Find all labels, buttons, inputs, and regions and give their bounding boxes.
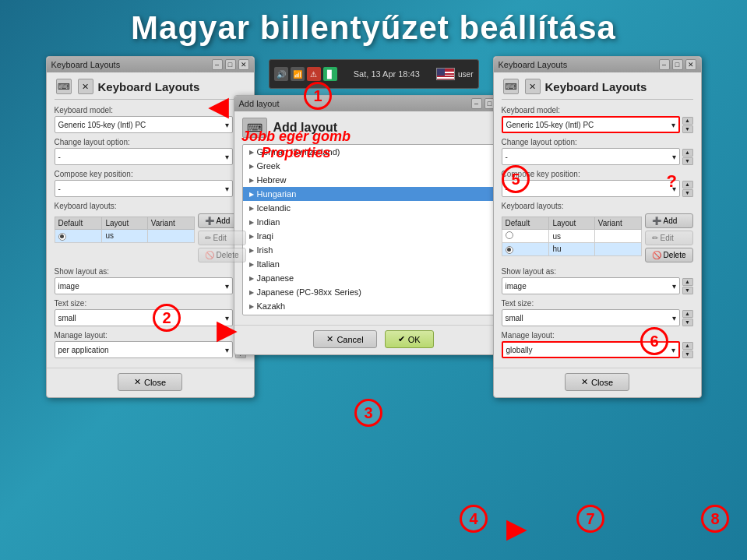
cancel-icon: ✕ (326, 334, 333, 344)
right-dialog-icon-btn1[interactable]: ⌨ (503, 79, 519, 94)
list-item[interactable]: ▶Indian (243, 215, 505, 229)
left-manage-layout-select[interactable]: per application ▾ (55, 341, 233, 358)
step-5-circle: 5 (502, 165, 530, 193)
list-item[interactable]: ▶Japanese (243, 271, 505, 285)
right-change-layout-select[interactable]: - ▾ (502, 148, 680, 165)
right-change-layout-label: Change layout option: (502, 138, 693, 146)
right-show-layout-label: Show layout as: (502, 267, 693, 276)
list-item[interactable]: ▶Japanese (PC-98xx Series) (243, 285, 505, 299)
right-compose-down[interactable]: ▼ (682, 189, 693, 197)
table-row[interactable]: us (55, 230, 194, 243)
right-maximize-btn[interactable]: □ (672, 59, 683, 70)
left-kb-layouts-label: Keyboard layouts: (55, 202, 246, 210)
left-compose-key-label: Compose key position: (55, 170, 246, 178)
right-layout-opt-up[interactable]: ▲ (682, 149, 693, 157)
list-item[interactable]: ▶Hebrew (243, 173, 505, 187)
left-dialog-heading: Keyboard Layouts (98, 80, 200, 93)
taskbar-network-icon: 📶 (291, 67, 305, 81)
left-edit-btn[interactable]: ✏ Edit (198, 231, 246, 245)
right-manage-up[interactable]: ▲ (682, 342, 693, 350)
right-model-down-arrow[interactable]: ▼ (682, 125, 693, 133)
step-2-circle: 2 (153, 304, 181, 332)
table-row[interactable]: us (502, 230, 641, 243)
right-text-size-up[interactable]: ▲ (682, 310, 693, 318)
add-cancel-button[interactable]: ✕ Cancel (313, 330, 376, 348)
right-delete-btn[interactable]: 🚫 Delete (645, 248, 693, 262)
left-dialog-icon-btn1[interactable]: ⌨ (56, 79, 72, 94)
list-item[interactable]: ▶Kazakh (243, 299, 505, 313)
right-keyboard-model-select[interactable]: Generic 105-key (Intl) PC ▾ (502, 116, 680, 133)
right-close-icon: ✕ (581, 377, 588, 387)
right-show-up[interactable]: ▲ (682, 278, 693, 286)
right-dialog-titlebar: Keyboard Layouts – □ ✕ (494, 57, 701, 72)
left-close-button[interactable]: ✕ Close (118, 373, 182, 391)
right-dialog-icon-btn2[interactable]: ✕ (525, 79, 541, 94)
right-layout-opt-down[interactable]: ▼ (682, 157, 693, 165)
right-close-btn[interactable]: ✕ (685, 59, 696, 70)
right-col-variant: Variant (594, 217, 641, 230)
right-compose-up[interactable]: ▲ (682, 181, 693, 188)
left-change-layout-label: Change layout option: (55, 138, 246, 146)
right-text-size-down[interactable]: ▼ (682, 319, 693, 326)
list-item[interactable]: ▶Iraqi (243, 229, 505, 243)
table-row[interactable]: hu (502, 243, 641, 256)
right-manage-down[interactable]: ▼ (682, 350, 693, 358)
left-keyboard-model-select[interactable]: Generic 105-key (Intl) PC ▾ (55, 116, 233, 133)
left-delete-btn[interactable]: 🚫 Delete (198, 248, 246, 262)
right-model-up-arrow[interactable]: ▲ (682, 117, 693, 125)
left-col-variant: Variant (147, 217, 194, 230)
page-title: Magyar billentyűzet beállítása (0, 0, 747, 53)
add-dialog-titlebar: Add layout – □ ✕ (234, 96, 513, 111)
right-compose-key-label: Compose key position: (502, 170, 693, 178)
right-edit-icon: ✏ (652, 234, 658, 242)
right-minimize-btn[interactable]: – (659, 59, 670, 70)
list-item[interactable]: ▶Italian (243, 257, 505, 271)
left-dialog-icon-btn2[interactable]: ✕ (78, 79, 93, 94)
right-col-default: Default (502, 217, 549, 230)
left-add-icon: ➕ (205, 217, 214, 225)
step-4-circle: 4 (460, 505, 488, 533)
right-layout-cell-us: us (549, 230, 594, 243)
left-layouts-table: Default Layout Variant us (55, 217, 195, 243)
question-mark-highlight: ? (667, 171, 677, 192)
taskbar-flag (436, 68, 455, 80)
left-change-layout-select[interactable]: - ▾ (55, 148, 233, 165)
left-minimize-btn[interactable]: – (212, 59, 223, 70)
left-col-default: Default (55, 217, 102, 230)
left-text-size-label: Text size: (55, 299, 246, 308)
right-keyboard-layouts-dialog: Keyboard Layouts – □ ✕ ⌨ ✕ Keyboard Layo… (493, 56, 702, 398)
left-close-btn[interactable]: ✕ (238, 59, 249, 70)
right-show-down[interactable]: ▼ (682, 287, 693, 294)
taskbar-bar-icon: ▊ (323, 67, 337, 81)
add-ok-button[interactable]: ✔ OK (385, 330, 434, 348)
left-layout-cell-us: us (102, 230, 147, 243)
left-title-label: Keyboard Layouts (51, 60, 121, 69)
right-edit-btn[interactable]: ✏ Edit (645, 231, 693, 245)
left-compose-key-select[interactable]: - ▾ (55, 180, 233, 197)
taskbar-sound-icon: 🔊 (274, 67, 288, 81)
left-maximize-btn[interactable]: □ (225, 59, 236, 70)
list-item[interactable]: ▶Icelandic (243, 201, 505, 215)
list-item-hungarian[interactable]: ▶Hungarian (243, 187, 505, 201)
right-kb-layouts-label: Keyboard layouts: (502, 202, 693, 210)
list-item[interactable]: ▶Irish (243, 243, 505, 257)
red-arrow-right2: ▶ (506, 514, 526, 544)
right-col-layout: Layout (549, 217, 594, 230)
layout-list[interactable]: ▶German (Switzerland) ▶Greek ▶Hebrew ▶Hu… (242, 144, 506, 315)
red-arrow-right1: ▶ (217, 315, 236, 345)
left-dialog-titlebar: Keyboard Layouts – □ ✕ (47, 57, 254, 72)
right-add-icon: ➕ (652, 217, 661, 225)
right-layout-cell-hu: hu (549, 243, 594, 256)
right-show-layout-select[interactable]: image ▾ (502, 277, 680, 294)
step-6-circle: 6 (640, 327, 668, 355)
right-keyboard-model-label: Keyboard model: (502, 106, 693, 114)
left-col-layout: Layout (102, 217, 147, 230)
right-delete-icon: 🚫 (652, 251, 661, 259)
add-dialog-minimize[interactable]: – (471, 98, 482, 109)
left-edit-icon: ✏ (205, 234, 211, 242)
right-text-size-select[interactable]: small ▾ (502, 309, 680, 326)
right-add-btn[interactable]: ➕ Add (645, 213, 693, 228)
right-close-button[interactable]: ✕ Close (565, 373, 629, 391)
left-text-size-select[interactable]: small ▾ (55, 309, 233, 326)
left-show-layout-select[interactable]: image ▾ (55, 277, 233, 294)
